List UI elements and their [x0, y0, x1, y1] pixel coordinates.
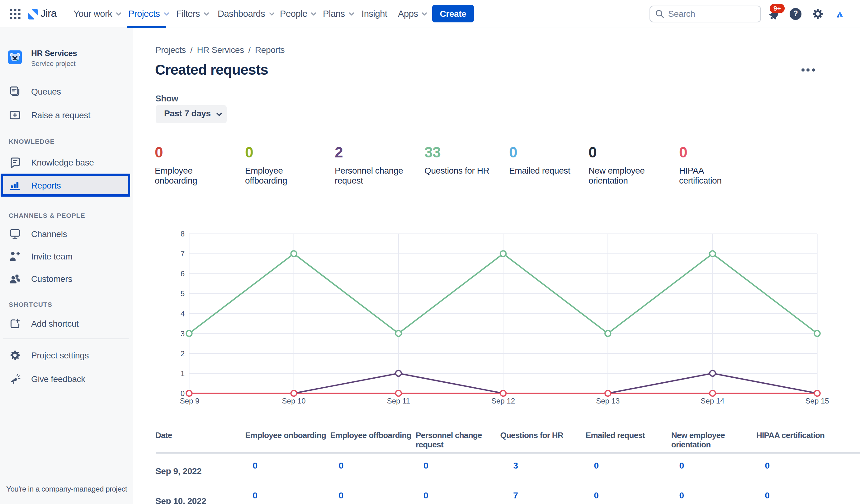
svg-text:Sep 11: Sep 11 [387, 397, 410, 405]
svg-text:7: 7 [181, 250, 185, 258]
svg-text:5: 5 [181, 289, 185, 298]
svg-text:1: 1 [181, 369, 185, 378]
svg-text:Sep 12: Sep 12 [491, 397, 515, 405]
svg-text:Sep 13: Sep 13 [596, 397, 620, 405]
svg-text:4: 4 [181, 310, 185, 318]
svg-text:0: 0 [181, 389, 185, 398]
svg-text:2: 2 [181, 350, 185, 358]
svg-text:Sep 14: Sep 14 [701, 397, 724, 405]
svg-text:Sep 9: Sep 9 [180, 397, 200, 405]
svg-text:Sep 15: Sep 15 [805, 397, 829, 405]
svg-text:Sep 10: Sep 10 [282, 397, 306, 405]
svg-text:3: 3 [181, 329, 185, 338]
svg-text:8: 8 [181, 229, 185, 238]
svg-text:6: 6 [181, 269, 185, 278]
